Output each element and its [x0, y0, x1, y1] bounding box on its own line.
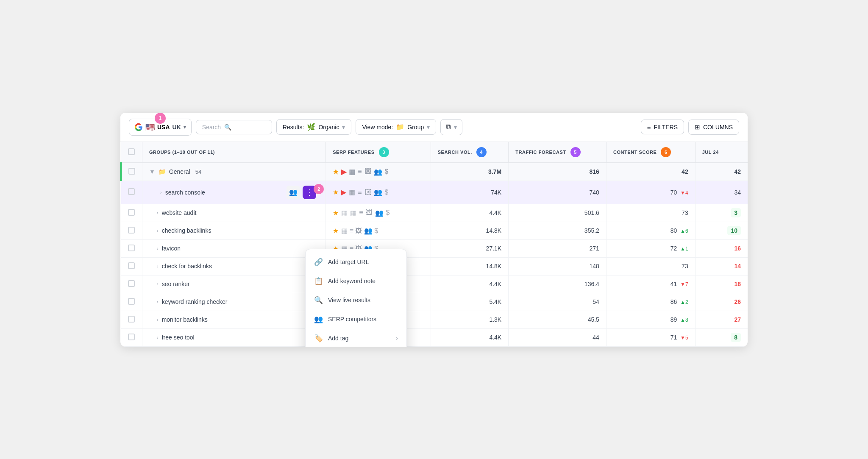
results-button[interactable]: Results: 🌿 Organic ▾	[276, 119, 352, 135]
score-change: ▲8	[680, 317, 688, 323]
row-checkbox[interactable]	[128, 209, 135, 216]
row-expand-icon[interactable]: ›	[157, 317, 159, 322]
keyword-text: check for backlinks	[162, 263, 212, 270]
row-checkbox[interactable]	[128, 245, 135, 251]
header-searchvol: SEARCH VOL. 4	[431, 142, 508, 163]
row-expand-icon[interactable]: ›	[157, 210, 159, 215]
jul-cell: 8	[695, 328, 748, 346]
row-checkbox[interactable]	[128, 316, 135, 323]
tour-badge-3: 3	[379, 147, 389, 157]
jul-cell: 26	[695, 293, 748, 311]
search-icon: 🔍	[314, 296, 323, 305]
jul-cell: 27	[695, 311, 748, 328]
viewmode-button[interactable]: View mode: 📁 Group ▾	[356, 119, 436, 135]
content-cell: 80 ▲6	[606, 222, 695, 239]
searchvol-cell: 1.3K	[431, 311, 508, 328]
row-expand-icon[interactable]: ›	[160, 190, 162, 195]
row-expand-icon[interactable]: ›	[157, 281, 159, 287]
general-checkbox[interactable]	[128, 168, 135, 175]
row-checkbox[interactable]	[128, 334, 135, 340]
tour-badge-5: 5	[570, 147, 581, 157]
jul-cell: 34	[695, 181, 748, 204]
keyword-text: free seo tool	[162, 334, 195, 341]
searchvol-cell: 27.1K	[431, 239, 508, 257]
jul-cell: 3	[695, 204, 748, 222]
filters-button[interactable]: ≡ FILTERS	[641, 120, 684, 134]
row-checkbox[interactable]	[128, 280, 135, 287]
serp-icons-misc: ▦ ≡ 🖼 👥 $	[341, 227, 378, 235]
folder-icon: 📁	[159, 168, 166, 175]
keyword-cell: › seo ranker	[142, 275, 326, 293]
score-change: ▲2	[680, 299, 688, 305]
results-type-label: Organic	[318, 124, 339, 131]
serp-image-icon: 🖼	[364, 168, 371, 175]
serp-ppl-icon: 👥	[375, 209, 384, 217]
tour-badge-1: 1	[155, 113, 166, 124]
general-group-cell: ▼ 📁 General 54	[142, 163, 326, 181]
serp-dollar-icon: $	[385, 189, 389, 196]
table-row: › seo ranker ★ ▦ ≡ 🖼 👥 $ 4.4K 136.4 41 ▼…	[121, 275, 748, 293]
serp-cell: ★ ▦ ≡ 🖼 👥 $	[326, 222, 431, 239]
header-groups: GROUPS (1–10 OUT OF 11)	[142, 142, 326, 163]
serp-people-icon: 👥	[374, 188, 382, 196]
content-cell: 86 ▲2	[606, 293, 695, 311]
keyword-text: search console	[165, 189, 205, 196]
keyword-text: favicon	[162, 245, 181, 252]
score-change: ▼5	[680, 335, 688, 341]
jul-cell: 18	[695, 275, 748, 293]
menu-item-add-url[interactable]: 🔗 Add target URL	[306, 253, 406, 272]
viewmode-type-label: Group	[407, 124, 424, 131]
table-row: › check for backlinks ★ ▦ ≡ 🖼 👥 $ 14.8K …	[121, 257, 748, 275]
row-checkbox[interactable]	[128, 227, 135, 234]
row-expand-icon[interactable]: ›	[157, 246, 159, 251]
columns-icon: ⊞	[695, 123, 700, 131]
select-all-checkbox[interactable]	[128, 148, 135, 155]
searchvol-cell: 4.4K	[431, 275, 508, 293]
country-label: USA	[157, 124, 170, 131]
searchvol-cell: 4.4K	[431, 328, 508, 346]
keyword-text: keyword ranking checker	[162, 298, 228, 305]
row-checkbox[interactable]	[128, 262, 135, 269]
searchvol-cell: 14.8K	[431, 257, 508, 275]
general-content-cell: 42	[606, 163, 695, 181]
serp-star-icon: ★	[333, 209, 339, 217]
searchvol-cell: 5.4K	[431, 293, 508, 311]
serp-video-icon: ▶	[341, 188, 346, 196]
row-checkbox[interactable]	[128, 188, 135, 195]
row-expand-icon[interactable]: ›	[157, 228, 159, 233]
filters-label: FILTERS	[654, 124, 678, 131]
menu-item-add-note[interactable]: 📋 Add keyword note	[306, 272, 406, 291]
row-expand-icon[interactable]: ›	[157, 299, 159, 304]
columns-button[interactable]: ⊞ COLUMNS	[688, 120, 739, 135]
row-expand-icon[interactable]: ›	[157, 335, 159, 340]
menu-item-add-tag[interactable]: 🏷️ Add tag ›	[306, 329, 406, 347]
serp-dollar-icon: $	[385, 168, 389, 175]
copy-icon: ⧉	[446, 123, 451, 131]
serp-bar-icon: ▦	[350, 209, 356, 217]
note-icon: 📋	[314, 277, 323, 286]
general-name: General	[169, 168, 190, 175]
tour-badge-4: 4	[476, 147, 487, 157]
menu-item-live-results[interactable]: 🔍 View live results	[306, 291, 406, 310]
copy-button[interactable]: ⧉ ▾	[440, 119, 462, 135]
table-row: › checking backlinks ★ ▦ ≡ 🖼 👥 $ 14.8K 3…	[121, 222, 748, 239]
general-checkbox-cell	[121, 163, 142, 181]
content-cell: 73	[606, 257, 695, 275]
tour-badge-2: 2	[314, 184, 324, 194]
general-traffic-cell: 816	[509, 163, 606, 181]
flag-icon: 🇺🇸	[145, 122, 155, 132]
menu-item-serp-competitors[interactable]: 👥 SERP competitors	[306, 310, 406, 329]
table-row: › free seo tool ★ 🖼 👥 $ 4.4K 44	[121, 328, 748, 346]
row-expand-icon[interactable]: ›	[157, 264, 159, 269]
search-box[interactable]: Search 🔍	[196, 120, 272, 134]
general-expand-icon[interactable]: ▼	[149, 168, 155, 175]
serp-usd-icon: $	[386, 209, 390, 217]
people-action-icon[interactable]: 👥	[287, 186, 300, 199]
submenu-arrow-icon: ›	[396, 335, 398, 342]
leaf-icon: 🌿	[307, 123, 315, 131]
searchvol-header-label: SEARCH VOL.	[438, 150, 472, 155]
keyword-cell: › check for backlinks	[142, 257, 326, 275]
traffic-header-label: TRAFFIC FORECAST	[515, 150, 566, 155]
header-traffic: TRAFFIC FORECAST 5	[509, 142, 606, 163]
row-checkbox[interactable]	[128, 298, 135, 305]
